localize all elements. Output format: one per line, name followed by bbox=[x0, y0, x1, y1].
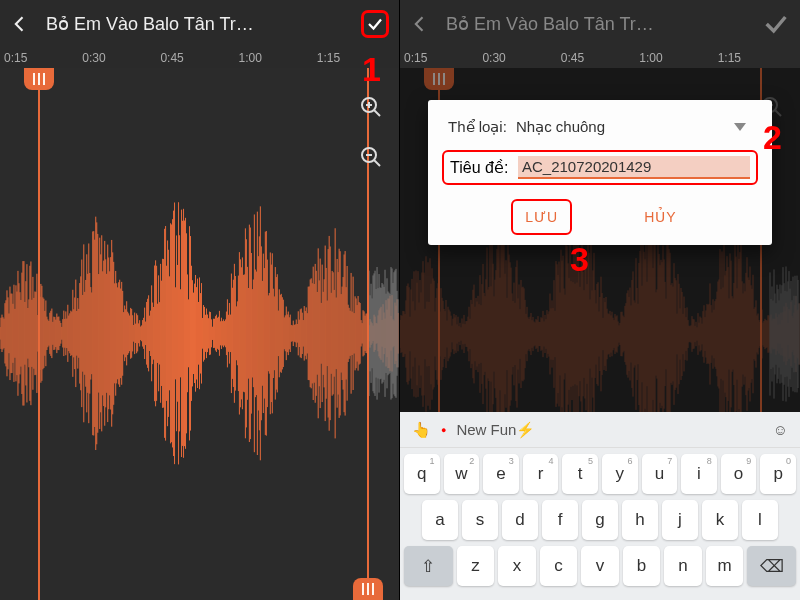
keyboard-logo-icon[interactable]: 👆 bbox=[412, 421, 431, 439]
svg-line-1 bbox=[374, 110, 380, 116]
key-shift[interactable]: ⇧ bbox=[404, 546, 453, 586]
type-value[interactable]: Nhạc chuông bbox=[516, 118, 734, 136]
key-h[interactable]: h bbox=[622, 500, 658, 540]
zoom-out-icon[interactable] bbox=[357, 143, 385, 171]
key-j[interactable]: j bbox=[662, 500, 698, 540]
key-n[interactable]: n bbox=[664, 546, 702, 586]
confirm-button[interactable] bbox=[762, 10, 790, 38]
key-s[interactable]: s bbox=[462, 500, 498, 540]
emoji-icon[interactable]: ☺ bbox=[773, 421, 788, 438]
cancel-button[interactable]: HỦY bbox=[632, 199, 688, 235]
key-k[interactable]: k bbox=[702, 500, 738, 540]
key-q[interactable]: q1 bbox=[404, 454, 440, 494]
song-title: Bỏ Em Vào Balo Tân Tr… bbox=[46, 13, 345, 35]
key-g[interactable]: g bbox=[582, 500, 618, 540]
type-label: Thể loại: bbox=[448, 118, 516, 136]
key-m[interactable]: m bbox=[706, 546, 744, 586]
time-ruler: 0:15 0:30 0:45 1:00 1:15 bbox=[400, 48, 800, 68]
key-w[interactable]: w2 bbox=[444, 454, 480, 494]
key-i[interactable]: i8 bbox=[681, 454, 717, 494]
key-row-1: q1w2e3r4t5y6u7i8o9p0 bbox=[404, 454, 796, 494]
key-t[interactable]: t5 bbox=[562, 454, 598, 494]
waveform-area[interactable] bbox=[0, 68, 399, 600]
key-u[interactable]: u7 bbox=[642, 454, 678, 494]
key-a[interactable]: a bbox=[422, 500, 458, 540]
key-b[interactable]: b bbox=[623, 546, 661, 586]
key-z[interactable]: z bbox=[457, 546, 495, 586]
trim-handle-left[interactable] bbox=[38, 68, 40, 600]
time-ruler: 0:15 0:30 0:45 1:00 1:15 bbox=[0, 48, 399, 68]
chevron-down-icon[interactable] bbox=[734, 123, 746, 131]
back-icon[interactable] bbox=[410, 14, 430, 34]
confirm-button[interactable] bbox=[361, 10, 389, 38]
topbar: Bỏ Em Vào Balo Tân Tr… bbox=[0, 0, 399, 48]
key-x[interactable]: x bbox=[498, 546, 536, 586]
screen-right: Bỏ Em Vào Balo Tân Tr… 0:15 0:30 0:45 1:… bbox=[400, 0, 800, 600]
key-d[interactable]: d bbox=[502, 500, 538, 540]
key-y[interactable]: y6 bbox=[602, 454, 638, 494]
key-e[interactable]: e3 bbox=[483, 454, 519, 494]
keyboard-suggestion[interactable]: New Fun⚡ bbox=[456, 421, 535, 439]
key-f[interactable]: f bbox=[542, 500, 578, 540]
key-l[interactable]: l bbox=[742, 500, 778, 540]
svg-line-5 bbox=[374, 160, 380, 166]
back-icon[interactable] bbox=[10, 14, 30, 34]
key-o[interactable]: o9 bbox=[721, 454, 757, 494]
key-row-2: asdfghjkl bbox=[404, 500, 796, 540]
title-input[interactable] bbox=[518, 156, 750, 179]
key-v[interactable]: v bbox=[581, 546, 619, 586]
waveform bbox=[0, 68, 399, 599]
screen-left: Bỏ Em Vào Balo Tân Tr… 0:15 0:30 0:45 1:… bbox=[0, 0, 400, 600]
topbar: Bỏ Em Vào Balo Tân Tr… bbox=[400, 0, 800, 48]
key-backspace[interactable]: ⌫ bbox=[747, 546, 796, 586]
zoom-in-icon[interactable] bbox=[357, 93, 385, 121]
key-r[interactable]: r4 bbox=[523, 454, 559, 494]
save-button[interactable]: LƯU bbox=[511, 199, 572, 235]
title-label: Tiêu đề: bbox=[450, 158, 518, 177]
key-p[interactable]: p0 bbox=[760, 454, 796, 494]
key-c[interactable]: c bbox=[540, 546, 578, 586]
keyboard: 👆 ● New Fun⚡ ☺ q1w2e3r4t5y6u7i8o9p0 asdf… bbox=[400, 412, 800, 600]
save-dialog: Thể loại: Nhạc chuông Tiêu đề: LƯU HỦY bbox=[428, 100, 772, 245]
key-row-3: ⇧zxcvbnm⌫ bbox=[404, 546, 796, 586]
song-title: Bỏ Em Vào Balo Tân Tr… bbox=[446, 13, 746, 35]
